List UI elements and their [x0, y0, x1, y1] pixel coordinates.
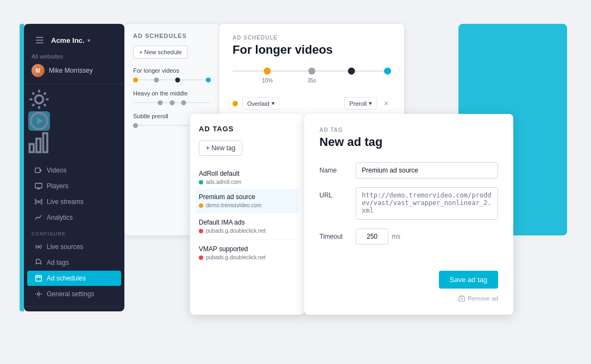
ad-schedule-detail-name: For longer videos	[232, 43, 391, 57]
tag-item-adroll[interactable]: AdRoll default ads.adroll.com	[199, 164, 296, 191]
hamburger-icon[interactable]	[32, 33, 48, 48]
sidebar-item-ad-tags[interactable]: Ad tags	[27, 255, 121, 270]
url-textarea[interactable]: http://demo.tremorvideo.com/proddev/vast…	[356, 187, 498, 220]
form-label-top: AD TAG	[319, 127, 498, 133]
sidebar-nav: Videos Players Live streams	[24, 158, 124, 306]
svg-marker-2	[37, 118, 43, 125]
tag-name: AdRoll default	[199, 170, 296, 177]
sidebar-item-live-sources[interactable]: Live sources	[27, 239, 121, 254]
sidebar-item-live-streams[interactable]: Live streams	[27, 194, 121, 209]
ad-tag-form-panel: AD TAG New ad tag Name URL http://demo.t…	[304, 114, 513, 315]
brand-caret-icon: ▾	[87, 37, 90, 43]
svg-point-0	[35, 95, 43, 104]
sidebar-icon-analytics[interactable]	[28, 133, 50, 152]
name-field-row: Name	[319, 162, 498, 178]
svg-rect-13	[36, 276, 42, 282]
timeout-input[interactable]	[356, 228, 388, 245]
tag-url: ads.adroll.com	[206, 179, 241, 185]
name-input[interactable]	[356, 162, 498, 178]
tag-item-vmap[interactable]: VMAP supported pubads.g.doubleclick.net	[199, 240, 296, 266]
tag-color-indicator	[199, 256, 203, 260]
tag-item-premium[interactable]: Premium ad source demo.tremorvideo.com	[196, 189, 299, 213]
timeout-row: ms	[356, 228, 400, 245]
sidebar-icon-settings[interactable]	[28, 90, 50, 109]
svg-rect-4	[36, 139, 41, 152]
sidebar-icon-strip	[24, 84, 124, 158]
schedule-item-heavy-middle[interactable]: Heavy on the middle	[133, 90, 211, 105]
timeout-field-label: Timeout	[319, 228, 349, 240]
svg-point-11	[37, 201, 40, 203]
sidebar-item-analytics[interactable]: Analytics	[27, 210, 121, 225]
sidebar-item-general-settings[interactable]: General settings	[27, 286, 121, 302]
svg-point-12	[37, 246, 40, 248]
svg-rect-6	[35, 168, 40, 173]
tag-name: VMAP supported	[199, 245, 296, 253]
svg-rect-8	[35, 183, 42, 188]
tag-url: pubads.g.doubleclick.net	[206, 254, 266, 260]
ad-schedule-detail-label: AD SCHEDULE	[232, 35, 391, 41]
sidebar-footer: ▶ Flowplayer ONLINE VIDEO PLATFORM	[24, 306, 124, 311]
name-field-label: Name	[319, 162, 349, 174]
new-tag-button[interactable]: + New tag	[199, 141, 242, 156]
svg-marker-7	[40, 169, 42, 171]
preroll-chevron-icon: ▾	[369, 100, 372, 107]
configure-section-title: CONFIGURE	[24, 226, 124, 239]
tag-name: Default IMA ads	[199, 219, 296, 226]
timeout-field-row: Timeout ms	[319, 228, 498, 245]
sidebar-user: M Mike Morrissey	[32, 60, 117, 77]
sidebar-item-ad-schedules[interactable]: Ad schedules	[27, 271, 121, 286]
svg-rect-5	[43, 133, 48, 152]
ad-schedule-detail-panel: AD SCHEDULE For longer videos 10% 35s Ov…	[219, 24, 404, 127]
avatar: M	[32, 64, 45, 77]
url-field-label: URL	[319, 187, 349, 199]
new-schedule-button[interactable]: + New schedule	[133, 46, 188, 59]
svg-rect-3	[30, 144, 34, 152]
form-actions: Save ad tag Remove ad	[319, 271, 498, 302]
user-name: Mike Morrissey	[49, 67, 93, 74]
timeout-unit-label: ms	[392, 233, 400, 240]
teal-accent-bar	[20, 24, 24, 311]
remove-ad-label: Remove ad	[468, 295, 498, 302]
sidebar-icon-content[interactable]	[28, 111, 50, 131]
remove-ad-link[interactable]: Remove ad	[458, 295, 498, 302]
overlay-dropdown[interactable]: Overlaid ▾	[242, 97, 280, 110]
tag-url: demo.tremorvideo.com	[206, 202, 261, 208]
svg-rect-18	[458, 297, 464, 301]
tag-item-default-ima[interactable]: Default IMA ads pubads.g.doubleclick.net	[199, 213, 296, 240]
tag-color-indicator	[199, 229, 203, 233]
brand-header: Acme Inc. ▾	[32, 33, 117, 48]
sidebar-item-videos[interactable]: Videos	[27, 163, 121, 178]
schedule-name: For longer videos	[133, 67, 211, 74]
tag-color-indicator	[199, 203, 203, 208]
save-ad-tag-button[interactable]: Save ad tag	[439, 271, 498, 289]
overlay-color-dot	[232, 101, 238, 106]
tag-url: pubads.g.doubleclick.net	[206, 228, 266, 234]
url-field-row: URL http://demo.tremorvideo.com/proddev/…	[319, 187, 498, 220]
close-overlay-button[interactable]: ✕	[381, 99, 391, 108]
dropdown-chevron-icon: ▾	[272, 100, 275, 107]
ad-tags-panel-title: AD TAGS	[199, 125, 296, 133]
schedule-item-for-longer-videos[interactable]: For longer videos	[133, 67, 211, 82]
overlay-controls-row: Overlaid ▾ Preroll ▾ ✕	[232, 97, 391, 110]
ad-tags-panel: AD TAGS + New tag AdRoll default ads.adr…	[190, 114, 304, 315]
schedule-name: Heavy on the middle	[133, 90, 211, 97]
sidebar-item-players[interactable]: Players	[27, 178, 121, 194]
tag-name: Premium ad source	[199, 193, 296, 201]
sidebar: Acme Inc. ▾ All websites M Mike Morrisse…	[24, 24, 124, 311]
ad-schedules-panel-title: AD SCHEDULES	[133, 33, 211, 39]
form-title: New ad tag	[319, 135, 498, 149]
brand-name: Acme Inc.	[51, 36, 84, 44]
tag-color-indicator	[199, 180, 203, 184]
all-websites-label: All websites	[32, 53, 117, 60]
preroll-dropdown[interactable]: Preroll ▾	[344, 97, 377, 110]
svg-point-17	[37, 293, 40, 295]
